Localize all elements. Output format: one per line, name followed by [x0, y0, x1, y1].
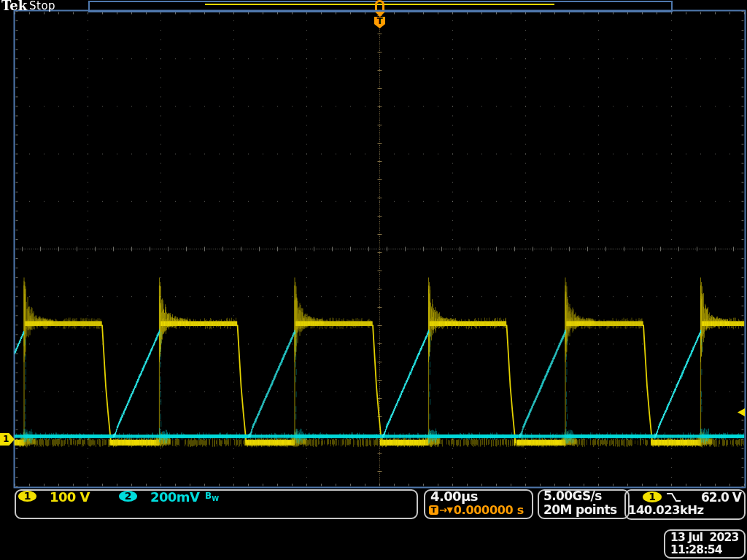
trigger-level: 62.0 V — [686, 490, 741, 505]
record-view-trigger-marker[interactable] — [375, 0, 384, 10]
horizontal-scale: 4.00µs — [430, 489, 478, 504]
trigger-source-badge[interactable]: 1 — [643, 491, 662, 502]
channel2-scale: 200mV — [150, 489, 199, 505]
position-marker-icon: ▼ — [447, 505, 453, 515]
channel1-scale: 100 V — [50, 489, 90, 505]
oscilloscope-screen: Tek Stop T 1 1 100 V 2 200mV BW 4.00µs T… — [0, 0, 747, 560]
tek-logo: Tek — [1, 0, 27, 13]
acquisition-status: Stop — [29, 0, 55, 12]
channel2-badge[interactable]: 2 — [119, 491, 137, 502]
time: 11:28:54 — [670, 543, 722, 556]
bandwidth-limit-icon: BW — [205, 491, 219, 502]
trigger-t-icon: T — [429, 505, 438, 515]
waveform-canvas — [0, 0, 747, 560]
date: 13 Jul 2023 — [670, 531, 738, 544]
horizontal-position: 0.000000 s — [454, 503, 524, 517]
trigger-frequency: 140.023kHz — [628, 503, 704, 517]
sample-rate: 5.00GS/s — [543, 489, 602, 503]
arrow-right-icon: → — [439, 505, 447, 516]
channel1-badge[interactable]: 1 — [18, 491, 36, 502]
trigger-slope-falling-icon — [666, 491, 682, 503]
record-length: 20M points — [543, 502, 617, 517]
horizontal-position-row: T→▼0.000000 s — [429, 504, 524, 516]
